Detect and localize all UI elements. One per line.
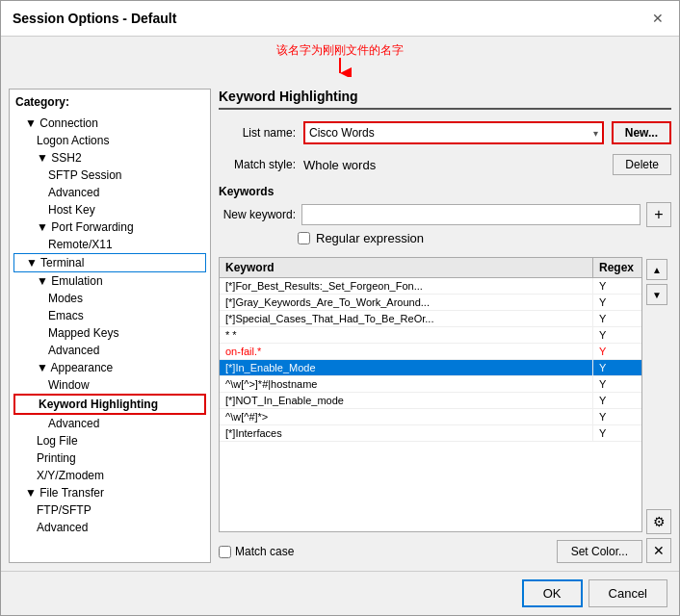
table-row[interactable]: [*]Interfaces Y	[220, 425, 641, 442]
new-button[interactable]: New...	[612, 121, 671, 144]
keyword-table: Keyword Regex [*]For_Best_Results:_Set_F…	[219, 257, 642, 532]
sidebar-item-connection[interactable]: ▼ Connection	[13, 115, 206, 132]
keywords-section: Keywords New keyword: + Regular expressi…	[219, 185, 671, 251]
title-bar: Session Options - Default ✕	[1, 1, 679, 37]
delete-button[interactable]: Delete	[613, 154, 671, 175]
sidebar-item-log-file[interactable]: Log File	[13, 432, 206, 449]
table-row[interactable]: ^\w[^>]*#|hostname Y	[220, 376, 641, 393]
sidebar-item-printing[interactable]: Printing	[13, 449, 206, 467]
keyword-table-area: Keyword Regex [*]For_Best_Results:_Set_F…	[219, 257, 671, 563]
sidebar-item-remote-x11[interactable]: Remote/X11	[13, 236, 206, 253]
sidebar-item-advanced-ft[interactable]: Advanced	[13, 519, 206, 536]
sidebar-item-advanced-kh[interactable]: Advanced	[13, 415, 206, 432]
remove-button[interactable]: ✕	[646, 538, 671, 563]
sidebar-item-ssh2[interactable]: ▼ SSH2	[13, 149, 206, 167]
new-keyword-input[interactable]	[301, 204, 641, 225]
new-keyword-row: New keyword: +	[219, 202, 671, 227]
table-row[interactable]: ^\w[^#]*> Y	[220, 409, 641, 425]
table-row[interactable]: [*]NOT_In_Enable_mode Y	[220, 393, 641, 409]
match-style-row: Match style: Whole words Delete	[219, 154, 671, 175]
sidebar-item-host-key[interactable]: Host Key	[13, 201, 206, 218]
settings-button[interactable]: ⚙	[646, 509, 671, 534]
add-keyword-button[interactable]: +	[646, 202, 671, 227]
title-bar-buttons: ✕	[648, 9, 667, 28]
annotation-arrow	[321, 58, 359, 77]
keywords-label: Keywords	[219, 185, 671, 198]
table-row[interactable]: [*]Special_Cases_That_Had_To_Be_ReOr... …	[220, 311, 641, 327]
sidebar-item-xyzmodem[interactable]: X/Y/Zmodem	[13, 467, 206, 484]
sidebar-item-port-forwarding[interactable]: ▼ Port Forwarding	[13, 218, 206, 236]
sidebar-item-keyword-highlighting[interactable]: Keyword Highlighting	[13, 394, 206, 415]
new-keyword-label: New keyword:	[219, 208, 296, 221]
list-name-label: List name:	[219, 126, 296, 140]
match-case-label: Match case	[219, 545, 294, 558]
regex-checkbox[interactable]	[298, 232, 310, 244]
cancel-button[interactable]: Cancel	[588, 579, 667, 607]
table-header: Keyword Regex	[220, 258, 641, 278]
sidebar-item-mapped-keys[interactable]: Mapped Keys	[13, 324, 206, 342]
table-body: [*]For_Best_Results:_Set_Forgeon_Fon... …	[220, 278, 641, 531]
sidebar-item-appearance[interactable]: ▼ Appearance	[13, 359, 206, 376]
ok-button[interactable]: OK	[522, 579, 583, 607]
main-panel: Keyword Highlighting List name: Cisco Wo…	[219, 89, 671, 563]
session-options-dialog: Session Options - Default ✕ 该名字为刚刚文件的名字 …	[0, 0, 680, 616]
set-color-button[interactable]: Set Color...	[557, 540, 642, 563]
regex-row: Regular expression	[219, 231, 671, 245]
table-row-selected[interactable]: [*]In_Enable_Mode Y	[220, 360, 641, 376]
section-title: Keyword Highlighting	[219, 89, 671, 110]
list-name-row: List name: Cisco Words ▾ New...	[219, 121, 671, 144]
sidebar-item-advanced-emulation[interactable]: Advanced	[13, 342, 206, 359]
sidebar-item-modes[interactable]: Modes	[13, 290, 206, 307]
match-style-value: Whole words	[303, 158, 376, 172]
combo-dropdown-icon[interactable]: ▾	[593, 128, 598, 139]
regex-column-header: Regex	[593, 258, 641, 277]
scroll-controls: ▲ ▼	[646, 257, 671, 305]
sidebar-item-sftp-session[interactable]: SFTP Session	[13, 167, 206, 184]
side-action-buttons: ⚙ ✕	[646, 509, 671, 563]
table-row[interactable]: * * Y	[220, 327, 641, 344]
bottom-row: Match case Set Color...	[219, 540, 642, 563]
list-name-combo[interactable]: Cisco Words ▾	[303, 121, 604, 144]
close-button[interactable]: ✕	[648, 9, 667, 28]
category-label: Category:	[13, 93, 206, 111]
regex-label: Regular expression	[316, 231, 424, 245]
sidebar-item-file-transfer[interactable]: ▼ File Transfer	[13, 484, 206, 501]
table-row[interactable]: [*]For_Best_Results:_Set_Forgeon_Fon... …	[220, 278, 641, 295]
table-row[interactable]: [*]Gray_Keywords_Are_To_Work_Around... Y	[220, 295, 641, 311]
category-panel: Category: ▼ Connection Logon Actions ▼ S…	[9, 89, 211, 563]
sidebar-item-emulation[interactable]: ▼ Emulation	[13, 272, 206, 290]
scroll-down-button[interactable]: ▼	[646, 284, 667, 305]
dialog-body: Category: ▼ Connection Logon Actions ▼ S…	[1, 81, 679, 571]
match-case-checkbox[interactable]	[219, 546, 231, 558]
sidebar-item-window[interactable]: Window	[13, 376, 206, 394]
dialog-title: Session Options - Default	[13, 11, 176, 26]
scroll-up-button[interactable]: ▲	[646, 259, 667, 280]
match-style-label: Match style:	[219, 158, 296, 171]
sidebar-item-emacs[interactable]: Emacs	[13, 307, 206, 324]
list-name-value: Cisco Words	[309, 126, 593, 140]
sidebar-item-advanced-ssh[interactable]: Advanced	[13, 184, 206, 201]
dialog-footer: OK Cancel	[1, 571, 679, 615]
keyword-column-header: Keyword	[220, 258, 593, 277]
table-row[interactable]: on-fail.* Y	[220, 344, 641, 360]
sidebar-item-logon-actions[interactable]: Logon Actions	[13, 132, 206, 149]
sidebar-item-terminal[interactable]: ▼ Terminal	[13, 253, 206, 272]
sidebar-item-ftp-sftp[interactable]: FTP/SFTP	[13, 501, 206, 519]
